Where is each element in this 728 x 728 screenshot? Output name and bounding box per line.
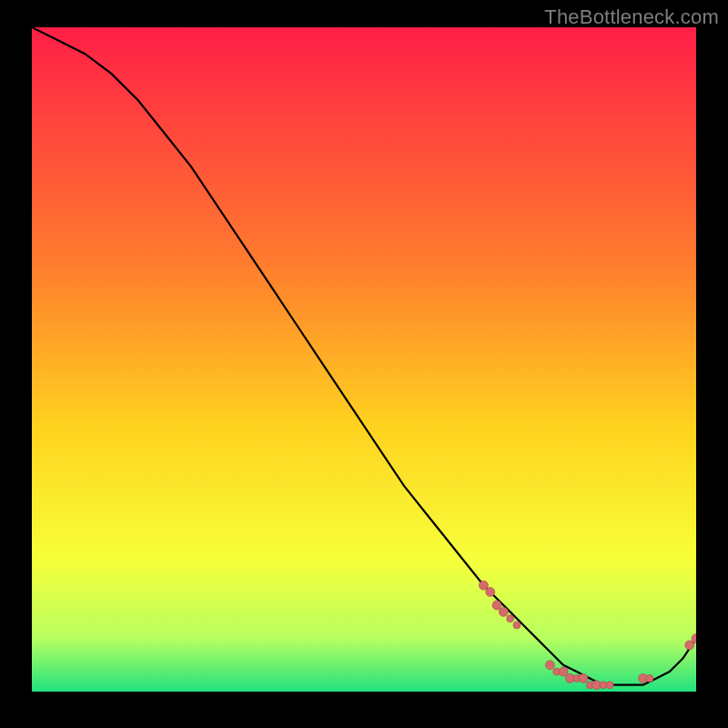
gradient-background (32, 27, 696, 692)
plot-svg (32, 27, 696, 692)
data-marker (685, 641, 694, 650)
data-marker (606, 682, 613, 689)
data-marker (513, 622, 521, 629)
data-marker (545, 661, 554, 670)
data-marker (486, 588, 495, 597)
data-marker (600, 682, 607, 689)
data-marker (499, 607, 508, 616)
data-marker (492, 601, 501, 610)
chart-frame: TheBottleneck.com (0, 0, 728, 728)
data-marker (507, 615, 514, 622)
data-marker (646, 674, 653, 682)
bottleneck-plot (32, 27, 696, 692)
watermark-text: TheBottleneck.com (544, 5, 719, 29)
data-marker (559, 667, 568, 676)
data-marker (579, 673, 588, 682)
data-marker (479, 581, 488, 590)
